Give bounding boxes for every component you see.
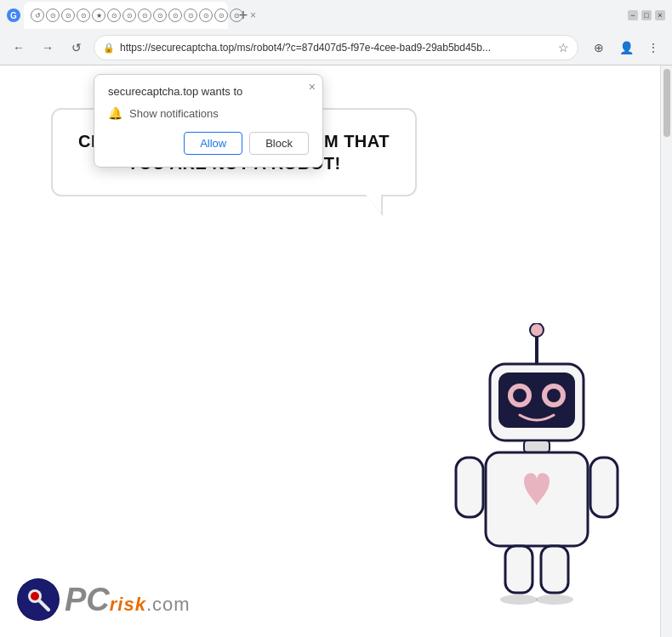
tab-icon-2: ⊙ (46, 9, 60, 22)
close-window-button[interactable]: × (655, 10, 665, 20)
svg-point-1 (530, 323, 544, 337)
tab-icon-6: ⊙ (107, 9, 121, 22)
popup-title: securecaptcha.top wants to (108, 85, 309, 98)
tab-icon-8: ⊙ (138, 9, 151, 22)
address-bar-row: ← → ↺ 🔒 https://securecaptcha.top/ms/rob… (0, 31, 672, 65)
pc-text: PC (65, 583, 110, 616)
svg-rect-12 (505, 546, 532, 593)
google-icon: G (7, 9, 20, 22)
tab-icon-7: ⊙ (122, 9, 136, 22)
svg-point-18 (31, 592, 39, 600)
popup-close-button[interactable]: × (309, 80, 316, 94)
svg-rect-10 (456, 458, 483, 517)
back-button[interactable]: ← (7, 36, 31, 60)
bookmark-icon[interactable]: ☆ (558, 41, 569, 54)
tab-icons-row: ↺ ⊙ ⊙ ⊙ ★ ⊙ ⊙ ⊙ ⊙ ⊙ ⊙ ⊙ ⊙ ⊙ (31, 9, 243, 22)
popup-permission: 🔔 Show notifications (108, 106, 309, 120)
svg-rect-11 (590, 458, 618, 517)
scrollbar-thumb[interactable] (663, 69, 670, 137)
svg-point-7 (547, 389, 561, 402)
lock-icon: 🔒 (103, 43, 115, 54)
profile-icon[interactable]: 👤 (614, 36, 638, 60)
browser-chrome: G ↺ ⊙ ⊙ ⊙ ★ ⊙ ⊙ ⊙ ⊙ ⊙ ⊙ ⊙ ⊙ ⊙ × + (0, 0, 672, 65)
tab-close-button[interactable]: × (248, 8, 258, 23)
url-text: https://securecaptcha.top/ms/robot4/?c=8… (120, 42, 553, 54)
maximize-button[interactable]: □ (641, 10, 652, 20)
svg-point-6 (513, 389, 527, 402)
svg-rect-8 (524, 441, 550, 452)
robot-container (439, 323, 635, 612)
address-right-icons: ☆ (558, 41, 569, 54)
tab-icon-1: ↺ (31, 9, 44, 22)
pcrisk-text-block: PC risk.com (65, 583, 191, 616)
allow-button[interactable]: Allow (184, 132, 242, 155)
risk-text: risk.com (110, 595, 191, 614)
menu-icon[interactable]: ⋮ (641, 36, 665, 60)
active-tab[interactable]: ↺ ⊙ ⊙ ⊙ ★ ⊙ ⊙ ⊙ ⊙ ⊙ ⊙ ⊙ ⊙ ⊙ × (24, 2, 228, 29)
window-controls: − □ × (628, 10, 665, 20)
tab-icon-10: ⊙ (168, 9, 182, 22)
address-bar[interactable]: 🔒 https://securecaptcha.top/ms/robot4/?c… (94, 35, 578, 60)
page-container: × securecaptcha.top wants to 🔔 Show noti… (0, 65, 672, 637)
com-text: .com (146, 594, 191, 615)
tab-icon-12: ⊙ (199, 9, 213, 22)
tab-icon-13: ⊙ (214, 9, 228, 22)
tab-icon-3: ⊙ (61, 9, 75, 22)
svg-rect-13 (541, 546, 568, 593)
svg-point-15 (536, 594, 573, 605)
tab-icon-9: ⊙ (153, 9, 167, 22)
svg-point-14 (500, 594, 538, 605)
permission-text: Show notifications (129, 107, 219, 120)
popup-buttons: Allow Block (108, 132, 309, 155)
notification-popup: × securecaptcha.top wants to 🔔 Show noti… (94, 74, 323, 168)
tab-icon-11: ⊙ (184, 9, 197, 22)
tab-icon-5: ★ (92, 9, 105, 22)
toolbar-icons: ⊕ 👤 ⋮ (587, 36, 665, 60)
bell-icon: 🔔 (108, 106, 122, 120)
pcrisk-logo: PC risk.com (17, 578, 191, 621)
extensions-icon[interactable]: ⊕ (587, 36, 611, 60)
minimize-button[interactable]: − (628, 10, 638, 20)
tab-icon-14: ⊙ (230, 9, 243, 22)
tab-bar: G ↺ ⊙ ⊙ ⊙ ★ ⊙ ⊙ ⊙ ⊙ ⊙ ⊙ ⊙ ⊙ ⊙ × + (0, 0, 672, 31)
forward-button[interactable]: → (36, 36, 60, 60)
refresh-button[interactable]: ↺ (65, 36, 88, 60)
block-button[interactable]: Block (249, 132, 309, 155)
robot-image (439, 323, 635, 612)
tab-icon-4: ⊙ (77, 9, 90, 22)
pcrisk-icon (17, 578, 60, 621)
page-content: × securecaptcha.top wants to 🔔 Show noti… (0, 65, 660, 637)
scrollbar[interactable] (660, 65, 672, 637)
